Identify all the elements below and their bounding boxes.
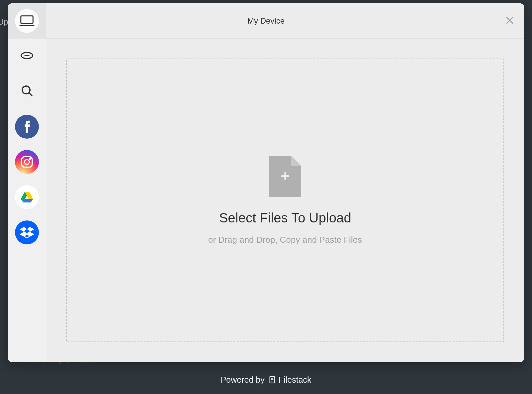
file-add-icon	[269, 156, 301, 198]
footer-brand-name: Filestack	[279, 375, 312, 385]
close-icon	[505, 15, 515, 25]
footer-powered-by-label: Powered by	[221, 375, 265, 385]
modal-title: My Device	[247, 16, 285, 26]
main-panel: Select Files To Upload or Drag and Drop,…	[46, 39, 524, 362]
close-button[interactable]	[505, 15, 515, 27]
source-sidebar	[8, 39, 46, 362]
dropbox-icon	[15, 220, 39, 244]
svg-point-6	[30, 158, 31, 160]
facebook-icon	[15, 115, 39, 139]
file-picker-modal: My Device	[8, 3, 524, 362]
sidebar-item-facebook[interactable]	[8, 109, 46, 144]
sidebar-item-instagram[interactable]	[8, 144, 46, 180]
search-icon	[20, 84, 34, 99]
link-icon	[20, 49, 34, 64]
sidebar-item-my-device[interactable]	[8, 3, 46, 39]
monitor-icon	[15, 9, 39, 33]
modal-header: My Device	[8, 3, 524, 39]
dropzone-subtitle: or Drag and Drop, Copy and Paste Files	[208, 235, 362, 245]
dropzone-title: Select Files To Upload	[219, 210, 351, 225]
instagram-icon	[15, 150, 39, 174]
filestack-logo-icon	[268, 375, 277, 384]
sidebar-item-dropbox[interactable]	[8, 215, 46, 250]
sidebar-item-link-url[interactable]	[8, 39, 46, 74]
footer: Powered by Filestack	[0, 365, 532, 394]
google-drive-icon	[15, 185, 39, 209]
svg-point-5	[25, 160, 29, 164]
file-dropzone[interactable]: Select Files To Upload or Drag and Drop,…	[66, 59, 504, 342]
footer-brand[interactable]: Filestack	[268, 375, 312, 385]
sidebar-item-web-search[interactable]	[8, 74, 46, 109]
modal-body: Select Files To Upload or Drag and Drop,…	[8, 39, 524, 362]
svg-rect-1	[21, 16, 33, 24]
background-text: Up	[0, 17, 8, 27]
sidebar-item-google-drive[interactable]	[8, 180, 46, 215]
